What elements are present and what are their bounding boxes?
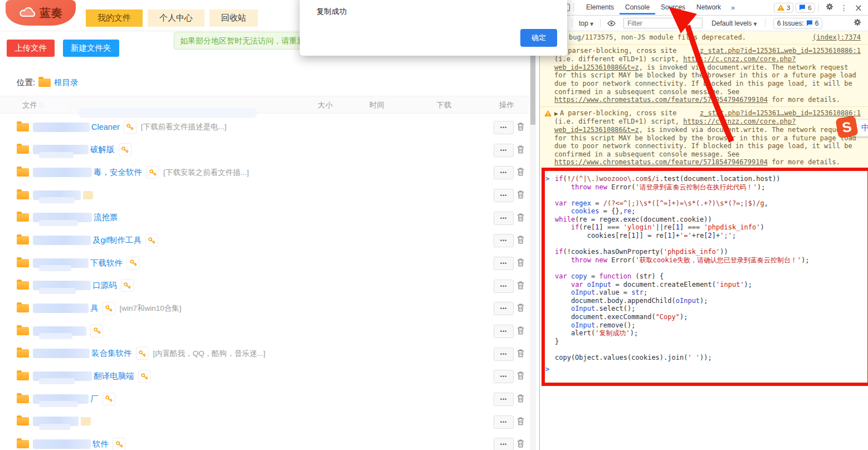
nav-tab-3[interactable]: 回收站: [209, 9, 258, 27]
nav-tab-2[interactable]: 个人中心: [148, 9, 204, 27]
console-settings-gear-icon[interactable]: [850, 18, 865, 28]
file-name-link[interactable]: 软件: [92, 439, 109, 449]
expand-triangle-icon[interactable]: ▶: [554, 111, 558, 116]
delete-icon[interactable]: [516, 326, 525, 337]
chevron-down-icon: ▼: [590, 22, 593, 27]
message-link[interactable]: https://www.chromestatus.com/feature/571…: [554, 158, 768, 166]
redacted-chip: [83, 191, 93, 199]
delete-icon[interactable]: [516, 213, 525, 224]
source-link[interactable]: z_stat.php?id=125361…web_id=1253610886:1: [700, 47, 861, 55]
delete-icon[interactable]: [516, 303, 525, 314]
file-name-link[interactable]: 厂: [90, 394, 99, 404]
col-time[interactable]: 时间: [369, 100, 384, 110]
page-scrollbar[interactable]: [530, 0, 536, 450]
site-logo[interactable]: 蓝奏: [6, 0, 76, 26]
devtools-tab-sources[interactable]: Sources: [655, 1, 691, 14]
message-link[interactable]: https://c.cnzz.com/core.php?web_id=12536…: [554, 118, 796, 134]
filter-input[interactable]: [623, 18, 703, 28]
folder-icon: [17, 327, 29, 335]
delete-icon[interactable]: [516, 417, 525, 428]
delete-icon[interactable]: [516, 235, 525, 246]
more-actions-button[interactable]: •••: [494, 325, 514, 338]
extension-s-icon[interactable]: S: [835, 115, 859, 139]
col-actions[interactable]: 操作: [499, 100, 514, 110]
more-actions-button[interactable]: •••: [494, 257, 514, 270]
file-name-link[interactable]: 具: [90, 303, 99, 314]
kebab-menu-icon[interactable]: ⋮: [837, 3, 851, 12]
message-link[interactable]: https://c.cnzz.com/core.php?web_id=12536…: [554, 55, 796, 71]
extension-lang-label[interactable]: 中: [861, 123, 868, 133]
delete-icon[interactable]: [516, 281, 525, 292]
delete-icon[interactable]: [516, 349, 525, 360]
delete-icon[interactable]: [516, 190, 525, 201]
more-actions-button[interactable]: •••: [494, 438, 514, 450]
file-name-link[interactable]: 装合集软件: [91, 348, 132, 359]
file-name-link[interactable]: 破解版: [90, 144, 115, 155]
devtools-tab-elements[interactable]: Elements: [581, 1, 620, 14]
separator: [573, 3, 574, 12]
folder-icon: [17, 236, 29, 244]
redacted-subtext: [39, 197, 75, 203]
breadcrumb: 位置: 根目录: [17, 77, 79, 88]
delete-icon[interactable]: [516, 394, 525, 405]
col-size[interactable]: 大小: [318, 100, 333, 110]
password-key-icon: [146, 166, 159, 179]
levels-dropdown[interactable]: Default levels ▼: [707, 19, 762, 27]
file-name-link[interactable]: 下载软件: [90, 258, 123, 268]
more-actions-button[interactable]: •••: [494, 144, 514, 157]
context-selector[interactable]: top ▼: [576, 19, 597, 27]
file-name-link[interactable]: Cleaner: [91, 123, 120, 131]
more-tabs-button[interactable]: »: [726, 3, 739, 12]
console-code[interactable]: if(!/(^|\.)woozooo\.com$/i.test(document…: [555, 175, 868, 362]
console-input-area[interactable]: > if(!/(^|\.)woozooo\.com$/i.test(docume…: [540, 169, 868, 390]
message-bubble-icon: [799, 4, 806, 11]
delete-icon[interactable]: [516, 439, 525, 450]
file-row: 装合集软件[内置酷我，QQ，酷狗，音乐迷...]•••: [0, 343, 529, 365]
more-actions-button[interactable]: •••: [494, 166, 514, 179]
more-actions-button[interactable]: •••: [494, 280, 514, 293]
console-prompt: >: [545, 365, 868, 373]
file-name-link[interactable]: 口源码: [92, 280, 117, 291]
more-actions-button[interactable]: •••: [494, 121, 514, 134]
delete-icon[interactable]: [516, 371, 525, 382]
delete-icon[interactable]: [516, 167, 525, 178]
upload-button[interactable]: 上传文件: [7, 40, 55, 57]
more-actions-button[interactable]: •••: [494, 189, 514, 202]
file-name-link[interactable]: 及gif制作工具: [92, 235, 142, 246]
close-devtools-icon[interactable]: ×: [851, 2, 866, 13]
delete-icon[interactable]: [516, 145, 525, 156]
issues-button[interactable]: 6 Issues: 6: [773, 18, 823, 29]
messages-badge[interactable]: 6: [796, 3, 815, 13]
warnings-badge[interactable]: 3: [774, 3, 793, 13]
source-link[interactable]: (index):7374: [812, 33, 861, 42]
nav-tab-1[interactable]: 我的文件: [86, 9, 143, 27]
folder-icon: [38, 79, 51, 87]
more-actions-button[interactable]: •••: [494, 212, 514, 225]
devtools-tab-console[interactable]: Console: [620, 1, 655, 14]
folder-icon: [17, 145, 29, 154]
more-actions-button[interactable]: •••: [494, 302, 514, 315]
delete-icon[interactable]: [516, 258, 525, 269]
devtools-tab-network[interactable]: Network: [691, 1, 726, 14]
folder-icon: [17, 259, 29, 267]
redacted-subtext: [39, 401, 78, 407]
message-link[interactable]: https://www.chromestatus.com/feature/571…: [554, 96, 768, 104]
file-name-link[interactable]: 毒，安全软件: [94, 167, 142, 178]
dialog-ok-button[interactable]: 确定: [520, 29, 557, 47]
more-actions-button[interactable]: •••: [494, 348, 514, 361]
file-row: 及gif制作工具•••: [0, 229, 529, 252]
eye-icon[interactable]: [604, 19, 619, 28]
more-actions-button[interactable]: •••: [494, 370, 514, 383]
more-actions-button[interactable]: •••: [494, 393, 514, 406]
more-actions-button[interactable]: •••: [494, 415, 514, 429]
file-name-link[interactable]: 翻译电脑端: [94, 371, 134, 381]
delete-icon[interactable]: [516, 122, 525, 133]
source-link[interactable]: z_stat.php?id=125361…web_id=1253610886:1: [700, 109, 861, 118]
new-folder-button[interactable]: 新建文件夹: [63, 40, 119, 57]
folder-icon: [17, 417, 29, 425]
file-name-link[interactable]: 流抢票: [94, 212, 118, 223]
settings-gear-icon[interactable]: [822, 3, 837, 12]
more-actions-button[interactable]: •••: [494, 234, 514, 247]
col-downloads[interactable]: 下载: [436, 100, 451, 110]
root-folder-link[interactable]: 根目录: [54, 77, 79, 88]
